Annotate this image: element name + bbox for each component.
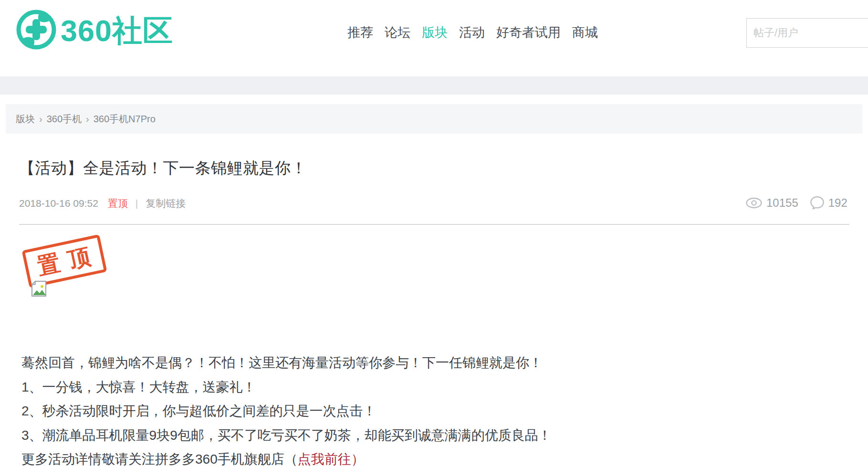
sticky-stamp-text: 置顶 (35, 239, 102, 282)
logo-text: 360社区 (61, 16, 173, 46)
sticky-badge: 置顶 (108, 197, 128, 210)
breadcrumb-item-360-phone-n7pro[interactable]: 360手机N7Pro (94, 113, 156, 126)
nav-item-recommend[interactable]: 推荐 (347, 24, 373, 41)
page: 360社区 推荐 论坛 版块 活动 好奇者试用 商城 版块 › 360手机 › … (0, 0, 868, 467)
body-line: 2、秒杀活动限时开启，你与超低价之间差的只是一次点击！ (21, 399, 785, 424)
copy-link-button[interactable]: 复制链接 (146, 197, 186, 210)
post-counters: 10155 192 (745, 196, 847, 210)
broken-image-icon (31, 281, 47, 297)
comments-bubble-icon (810, 196, 825, 210)
views-count: 10155 (766, 196, 798, 210)
body-line: 更多活动详情敬请关注拼多多360手机旗舰店（点我前往） (21, 447, 785, 467)
meta-separator: | (136, 198, 138, 209)
post-title: 【活动】全是活动！下一条锦鲤就是你！ (19, 158, 307, 179)
nav-item-curious-trial[interactable]: 好奇者试用 (496, 24, 561, 41)
search-box (746, 18, 868, 48)
body-line5-prefix: 更多活动详情敬请关注拼多多360手机旗舰店（ (21, 452, 298, 467)
search-input[interactable] (747, 19, 868, 47)
post-meta: 2018-10-16 09:52 置顶 | 复制链接 (19, 197, 186, 210)
body-line: 蓦然回首，锦鲤为啥不是偶？！不怕！这里还有海量活动等你参与！下一任锦鲤就是你！ (21, 351, 785, 375)
header-gray-band (0, 76, 868, 95)
logo-icon (16, 9, 57, 52)
post-date: 2018-10-16 09:52 (19, 198, 98, 209)
site-logo[interactable]: 360社区 (16, 10, 173, 52)
body-line: 1、一分钱，大惊喜！大转盘，送豪礼！ (21, 375, 785, 400)
store-go-link[interactable]: 点我前往） (298, 452, 365, 467)
nav-item-activities[interactable]: 活动 (459, 24, 485, 41)
comments-count: 192 (828, 196, 847, 210)
nav-item-mall[interactable]: 商城 (572, 24, 598, 41)
post-body: 蓦然回首，锦鲤为啥不是偶？！不怕！这里还有海量活动等你参与！下一任锦鲤就是你！ … (21, 351, 785, 467)
site-header: 360社区 推荐 论坛 版块 活动 好奇者试用 商城 (0, 0, 868, 76)
main-nav: 推荐 论坛 版块 活动 好奇者试用 商城 (347, 24, 598, 41)
breadcrumb-separator: › (86, 114, 89, 125)
breadcrumb-item-360-phone[interactable]: 360手机 (47, 113, 82, 126)
nav-item-forum[interactable]: 论坛 (385, 24, 410, 41)
sticky-stamp: 置顶 (21, 234, 107, 288)
title-divider (19, 224, 849, 225)
views-eye-icon (745, 197, 763, 209)
nav-item-boards[interactable]: 版块 (422, 24, 448, 41)
breadcrumb: 版块 › 360手机 › 360手机N7Pro (6, 104, 862, 134)
breadcrumb-item-boards[interactable]: 版块 (16, 113, 35, 126)
breadcrumb-separator: › (39, 114, 42, 125)
body-line: 3、潮流单品耳机限量9块9包邮，买不了吃亏买不了奶茶，却能买到诚意满满的优质良品… (21, 424, 785, 448)
